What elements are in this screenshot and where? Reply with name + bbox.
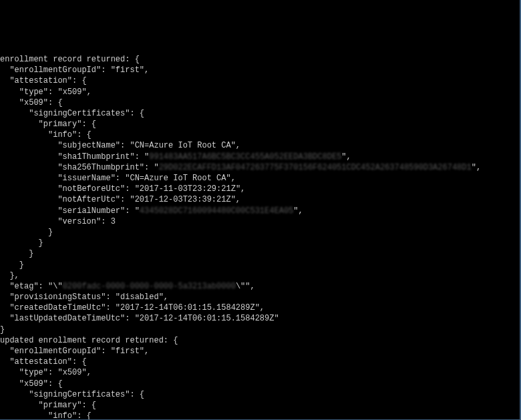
serial-number-redacted: 4345028DC7160094480C00C531E4EA05 [140, 206, 293, 216]
json-line: "createdDateTimeUtc": "2017-12-14T06:01:… [0, 303, 265, 312]
json-line: "sha256Thumbprint": "29D022ECAFFD13AF047… [0, 163, 481, 172]
json-line: "enrollmentGroupId": "first", [0, 347, 149, 356]
etag-prefix: \" [53, 282, 62, 291]
provisioning-status: disabled [120, 292, 159, 302]
json-line: "sha1Thumbprint": "991483AA517A6BC5BC3CC… [0, 152, 351, 162]
json-line: "info": { [0, 411, 92, 420]
json-line: "primary": { [0, 120, 96, 129]
json-line: } [0, 228, 53, 237]
attestation-type: x509 [63, 368, 82, 377]
enrollment-group-id: first [116, 65, 140, 75]
not-after-utc: 2017-12-03T23:39:21Z [135, 195, 231, 204]
last-updated-datetime: 2017-12-14T06:01:15.1584289Z [140, 314, 275, 323]
created-datetime: 2017-12-14T06:01:15.1584289Z [120, 303, 255, 312]
json-line: "issuerName": "CN=Azure IoT Root CA", [0, 174, 236, 183]
etag-redacted: 0200fadc-0000-0000-0000-5a3213ab0000 [63, 282, 236, 291]
issuer-name: CN=Azure IoT Root CA [130, 174, 226, 183]
json-line: "signingCertificates": { [0, 390, 144, 399]
json-line: "type": "x509", [0, 87, 92, 97]
json-line: "x509": { [0, 98, 63, 108]
etag-suffix: \"", [236, 282, 255, 291]
subject-name: CN=Azure IoT Root CA [135, 141, 231, 150]
json-line: "attestation": { [0, 76, 87, 85]
json-line: "enrollmentGroupId": "first", [0, 65, 149, 75]
json-line: "x509": { [0, 379, 63, 389]
json-line: "notAfterUtc": "2017-12-03T23:39:21Z", [0, 195, 240, 204]
json-line: "serialNumber": "4345028DC7160094480C00C… [0, 206, 303, 216]
block2-header: updated enrollment record returned: { [0, 336, 178, 345]
sha256-thumbprint-redacted: 29D022ECAFFD13AF047263775F370156F624051C… [159, 163, 472, 172]
json-line: } [0, 238, 43, 248]
json-line: "lastUpdatedDateTimeUtc": "2017-12-14T06… [0, 314, 279, 323]
json-line: "etag": "\"0200fadc-0000-0000-0000-5a321… [0, 282, 255, 291]
json-line: "type": "x509", [0, 368, 92, 377]
not-before-utc: 2017-11-03T23:29:21Z [140, 184, 236, 194]
block1-header: enrollment record returned: { [0, 55, 140, 64]
json-line: "signingCertificates": { [0, 109, 144, 118]
json-line: } [0, 260, 24, 270]
json-line: "primary": { [0, 401, 96, 410]
json-line: "info": { [0, 130, 92, 140]
json-line: "provisioningStatus": "disabled", [0, 292, 168, 302]
json-line: "notBeforeUtc": "2017-11-03T23:29:21Z", [0, 184, 245, 194]
json-line: } [0, 325, 5, 335]
json-line: "version": 3 [0, 217, 116, 226]
json-line: "subjectName": "CN=Azure IoT Root CA", [0, 141, 240, 150]
enrollment-group-id: first [116, 347, 140, 356]
attestation-type: x509 [63, 87, 82, 97]
terminal-output: enrollment record returned: { "enrollmen… [0, 43, 520, 420]
json-line: "attestation": { [0, 357, 87, 367]
json-line: }, [0, 271, 19, 280]
version: 3 [111, 217, 116, 226]
sha1-thumbprint-redacted: 991483AA517A6BC5BC3CC455A052EEDA3BDC8DE5 [149, 152, 341, 162]
json-line: } [0, 249, 33, 258]
